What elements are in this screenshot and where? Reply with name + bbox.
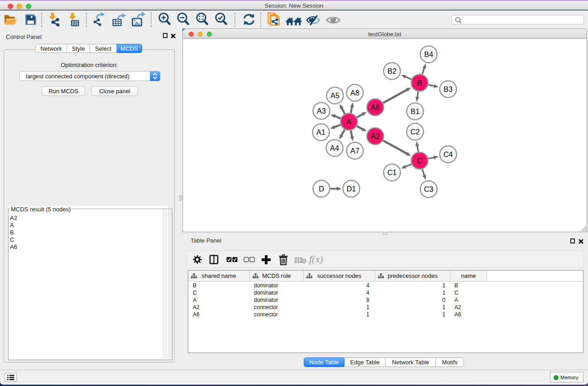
svg-text:A4: A4	[330, 144, 339, 152]
svg-text:C1: C1	[387, 168, 397, 176]
svg-text:C3: C3	[424, 185, 434, 193]
svg-text:B3: B3	[444, 85, 453, 93]
svg-text:A8: A8	[350, 89, 359, 97]
svg-text:D: D	[319, 185, 324, 193]
svg-text:C: C	[417, 157, 422, 165]
svg-text:A6: A6	[371, 103, 380, 111]
svg-text:C2: C2	[411, 128, 420, 136]
svg-text:A7: A7	[350, 147, 359, 155]
svg-text:C4: C4	[444, 150, 453, 158]
svg-text:A: A	[347, 118, 352, 126]
svg-text:A3: A3	[317, 107, 326, 115]
svg-text:A2: A2	[371, 132, 380, 140]
svg-text:A5: A5	[330, 91, 339, 100]
svg-text:A1: A1	[316, 128, 325, 136]
svg-text:B: B	[417, 79, 422, 87]
svg-text:B1: B1	[411, 107, 420, 115]
svg-text:B2: B2	[387, 67, 397, 75]
svg-text:D1: D1	[347, 185, 356, 193]
svg-text:B4: B4	[424, 50, 433, 58]
